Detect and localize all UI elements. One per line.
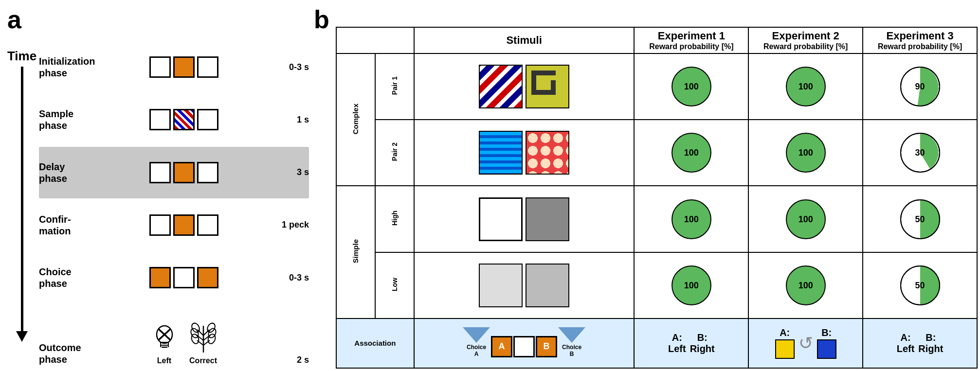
phase-label-delay: Delayphase xyxy=(39,161,95,184)
stim-l-corner xyxy=(526,65,569,108)
table-row-association: Association Choice A A B xyxy=(336,318,977,368)
pie-100-4: 100 xyxy=(784,131,828,175)
stimuli-delay xyxy=(95,162,272,183)
stim-empty-8 xyxy=(197,214,218,236)
pie-exp2-complex2: 100 xyxy=(748,120,863,186)
header-group-label xyxy=(336,27,414,53)
pie-50-2: 50 xyxy=(898,264,942,307)
pie-50-1: 50 xyxy=(898,197,942,241)
table-row-simple-high: Simple High xyxy=(336,186,977,252)
pie-100-5: 100 xyxy=(670,197,713,241)
stim-polka-dots xyxy=(526,131,569,175)
duration-init: 0-3 s xyxy=(272,62,309,72)
stim-light-gray-b xyxy=(526,264,569,307)
complex-group-label: Complex xyxy=(336,53,375,186)
assoc-exp3: A: Left B: Right xyxy=(863,318,977,368)
panel-label-a: a xyxy=(7,5,21,34)
pie-100-1: 100 xyxy=(670,65,713,108)
pie-label-100-8: 100 xyxy=(799,280,813,290)
table-row-simple-low: Low 100 xyxy=(336,252,977,318)
incorrect-icon xyxy=(147,321,181,355)
time-label: Time xyxy=(7,49,36,64)
pie-exp3-simple-high: 50 xyxy=(863,186,977,252)
pie-label-100-2: 100 xyxy=(799,82,813,92)
table-row-complex-pair2: Pair 2 100 xyxy=(336,120,977,186)
header-exp3: Experiment 3 Reward probability [%] xyxy=(863,27,977,53)
phase-row-choice: Choicephase 0-3 s xyxy=(39,252,309,303)
pie-exp3-complex2: 30 xyxy=(863,120,977,186)
pair1-label: Pair 1 xyxy=(375,53,414,120)
phase-label-init: Initializationphase xyxy=(39,55,95,79)
stim-empty-4 xyxy=(197,109,218,130)
assoc-exp2: A: ↺ B: xyxy=(748,318,863,368)
stim-empty-7 xyxy=(149,214,171,236)
stim-empty-3 xyxy=(149,109,171,130)
header-exp2: Experiment 2 Reward probability [%] xyxy=(748,27,863,53)
duration-choice: 0-3 s xyxy=(272,273,309,283)
stimuli-choice xyxy=(95,267,272,288)
incorrect-icon-wrapper: Left xyxy=(147,321,181,365)
stim-light-gray-a xyxy=(479,264,523,307)
pie-label-50-1: 50 xyxy=(915,214,925,224)
phase-row-sample: Samplephase 1 s xyxy=(39,94,309,145)
main-table: Stimuli Experiment 1 Reward probability … xyxy=(336,27,978,369)
assoc-stim-cell: Choice A A B Choice B xyxy=(414,318,635,368)
stim-orange-5 xyxy=(197,267,218,288)
assoc-box-middle xyxy=(513,336,535,357)
panel-label-b: b xyxy=(314,5,329,34)
phase-row-init: Initializationphase 0-3 s xyxy=(39,41,309,93)
low-label: Low xyxy=(375,252,414,318)
exp2-header: Experiment 2 Reward probability [%] xyxy=(752,30,859,51)
pie-label-50-2: 50 xyxy=(915,280,925,290)
stim-cell-simple-low xyxy=(414,252,635,318)
simple-group-label: Simple xyxy=(336,186,375,318)
stim-striped xyxy=(173,109,195,130)
phase-label-sample: Samplephase xyxy=(39,108,95,131)
stim-cell-complex-pair2 xyxy=(414,120,635,186)
stim-orange-1 xyxy=(173,56,195,78)
header-row: Stimuli Experiment 1 Reward probability … xyxy=(336,27,977,53)
correct-label: Correct xyxy=(189,356,217,365)
pair2-label: Pair 2 xyxy=(375,120,414,186)
stim-orange-4 xyxy=(149,267,171,288)
stim-empty-1 xyxy=(149,56,171,78)
high-label: High xyxy=(375,186,414,252)
stim-empty-9 xyxy=(173,267,195,288)
exp1-header: Experiment 1 Reward probability [%] xyxy=(637,30,745,51)
phase-label-outcome: Outcomephase xyxy=(39,342,95,365)
assoc-exp1: A: Left B: Right xyxy=(634,318,748,368)
pie-exp2-complex1: 100 xyxy=(748,53,863,120)
stim-empty-2 xyxy=(197,56,218,78)
correct-icon-wrapper: Correct xyxy=(186,321,220,365)
stimuli-init xyxy=(95,56,272,78)
time-arrow-container: Time xyxy=(7,49,36,342)
stim-cell-complex-pair1 xyxy=(414,53,635,120)
assoc-box-b: B xyxy=(536,336,557,357)
pie-label-90: 90 xyxy=(915,82,925,92)
exp3-header: Experiment 3 Reward probability [%] xyxy=(866,30,974,51)
duration-confirm: 1 peck xyxy=(272,220,309,230)
pie-exp1-complex2: 100 xyxy=(634,120,748,186)
phase-row-delay: Delayphase 3 s xyxy=(39,147,309,198)
table-wrapper: Stimuli Experiment 1 Reward probability … xyxy=(336,27,978,369)
assoc-box-a: A xyxy=(491,336,512,357)
stim-orange-2 xyxy=(173,162,195,183)
stim-diagonal-stripes xyxy=(479,65,523,108)
pie-100-8: 100 xyxy=(784,264,828,307)
phase-row-confirm: Confir-mation 1 peck xyxy=(39,199,309,251)
pie-label-100-4: 100 xyxy=(799,148,813,158)
correct-icon xyxy=(186,321,220,355)
pie-100-6: 100 xyxy=(784,197,828,241)
pie-exp1-simple-low: 100 xyxy=(634,252,748,318)
phases-container: Initializationphase 0-3 s Samplephase 1 … xyxy=(39,41,309,366)
right-panel: b Stimuli Experiment 1 Reward probabilit… xyxy=(311,0,980,371)
pie-exp2-simple-low: 100 xyxy=(748,252,863,318)
pie-30: 30 xyxy=(898,131,942,175)
pie-90: 90 xyxy=(898,65,942,108)
outcome-icons: Left xyxy=(95,321,272,365)
pie-label-30: 30 xyxy=(915,148,925,158)
pie-label-100-7: 100 xyxy=(684,280,699,290)
arrow-line xyxy=(21,67,23,331)
time-arrow xyxy=(16,67,28,342)
duration-delay: 3 s xyxy=(272,167,309,177)
